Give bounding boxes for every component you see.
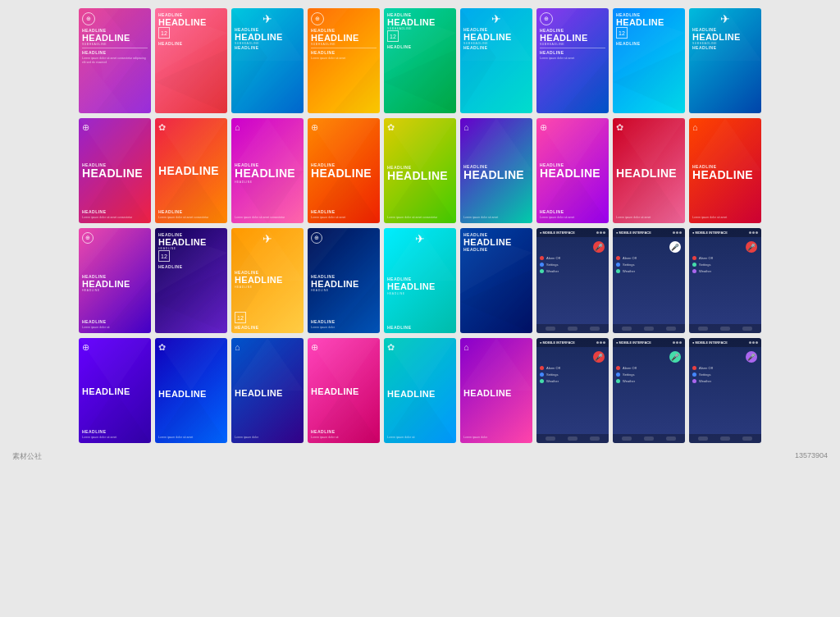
row-3: ⊕ HEADLINE HEADLINE HEADLINE HEADLINE Lo…: [8, 228, 832, 333]
card-r2c2[interactable]: ✿ HEADLINE HEADLINE Lorem ipsum dolor si…: [155, 118, 227, 223]
card-r3c8[interactable]: ● MOBILE INTERFACE 🎤 Alarm Off Settings: [613, 228, 685, 333]
card-r3c3[interactable]: ✈ HEADLINE HEADLINE HEADLINE 12 HEADLINE: [231, 228, 304, 333]
card-r1c8[interactable]: HEADLINE HEADLINE 12 HEADLINE: [613, 8, 685, 113]
card-r4c5[interactable]: ✿ HEADLINE Lorem ipsum dolor sit: [384, 338, 456, 443]
card-r4c2[interactable]: ✿ HEADLINE Lorem ipsum dolor sit amet: [155, 338, 227, 443]
watermark-code: 13573904: [795, 451, 828, 462]
card-r2c1[interactable]: ⊕ HEADLINE HEADLINE HEADLINE Lorem ipsum…: [79, 118, 151, 223]
card-r2c3[interactable]: ⌂ HEADLINE HEADLINE HEADLINE Lorem ipsum…: [231, 118, 304, 223]
card-r1c1[interactable]: ⊕ HEADLINE HEADLINE SUBHEADLINE HEADLINE…: [79, 8, 151, 113]
card-r2c7[interactable]: ⊕ HEADLINE HEADLINE HEADLINE Lorem ipsum…: [536, 118, 609, 223]
card-r2c5[interactable]: ✿ HEADLINE HEADLINE Lorem ipsum dolor si…: [384, 118, 456, 223]
card-r1c6[interactable]: ✈ HEADLINE HEADLINE SUBHEADLINE HEADLINE: [460, 8, 532, 113]
footer: 素材公社 13573904: [8, 450, 832, 464]
card-r4c7[interactable]: ● MOBILE INTERFACE 🎤 Alarm Off Settings: [536, 338, 609, 443]
card-r2c8[interactable]: ✿ HEADLINE Lorem ipsum dolor sit amet: [613, 118, 685, 223]
row-2: ⊕ HEADLINE HEADLINE HEADLINE Lorem ipsum…: [8, 118, 832, 223]
card-r2c6[interactable]: ⌂ HEADLINE HEADLINE Lorem ipsum dolor si…: [460, 118, 532, 223]
card-r4c9[interactable]: ● MOBILE INTERFACE 🎤 Alarm Off Settings: [689, 338, 761, 443]
main-container: ⊕ HEADLINE HEADLINE SUBHEADLINE HEADLINE…: [0, 0, 840, 472]
card-r3c6[interactable]: HEADLINE HEADLINE HEADLINE: [460, 228, 532, 333]
card-r4c8[interactable]: ● MOBILE INTERFACE 🎤 Alarm Off Settings: [613, 338, 685, 443]
card-r4c3[interactable]: ⌂ HEADLINE Lorem ipsum dolor: [231, 338, 304, 443]
card-r1c3[interactable]: ✈ HEADLINE HEADLINE SUBHEADLINE HEADLINE: [231, 8, 304, 113]
card-r1c4[interactable]: ⊕ HEADLINE HEADLINE SUBHEADLINE HEADLINE…: [308, 8, 380, 113]
card-r4c1[interactable]: ⊕ HEADLINE HEADLINE Lorem ipsum dolor si…: [79, 338, 151, 443]
card-r3c2[interactable]: HEADLINE HEADLINE HEADLINE 12 HEADLINE: [155, 228, 227, 333]
card-r3c1[interactable]: ⊕ HEADLINE HEADLINE HEADLINE HEADLINE Lo…: [79, 228, 151, 333]
card-icon: ⊕: [82, 12, 95, 25]
card-r2c9[interactable]: ⌂ HEADLINE HEADLINE Lorem ipsum dolor si…: [689, 118, 761, 223]
card-r3c5[interactable]: ✈ HEADLINE HEADLINE HEADLINE HEADLINE: [384, 228, 456, 333]
card-r1c9[interactable]: ✈ HEADLINE HEADLINE SUBHEADLINE HEADLINE: [689, 8, 761, 113]
row-4: ⊕ HEADLINE HEADLINE Lorem ipsum dolor si…: [8, 338, 832, 443]
card-r1c7[interactable]: ⊕ HEADLINE HEADLINE SUBHEADLINE HEADLINE…: [536, 8, 609, 113]
watermark-site: 素材公社: [12, 451, 42, 462]
card-r3c4[interactable]: ⊕ HEADLINE HEADLINE HEADLINE HEADLINE Lo…: [308, 228, 380, 333]
card-r2c4[interactable]: ⊕ HEADLINE HEADLINE HEADLINE Lorem ipsum…: [308, 118, 380, 223]
card-r4c6[interactable]: ⌂ HEADLINE Lorem ipsum dolor: [460, 338, 532, 443]
card-r3c7[interactable]: ● MOBILE INTERFACE 🎤 Alarm Off Settings: [536, 228, 609, 333]
card-r1c5[interactable]: HEADLINE HEADLINE SUBHEADLINE 12 HEADLIN…: [384, 8, 456, 113]
card-r3c9[interactable]: ● MOBILE INTERFACE 🎤 Alarm Off Settings: [689, 228, 761, 333]
row-1: ⊕ HEADLINE HEADLINE SUBHEADLINE HEADLINE…: [8, 8, 832, 113]
card-r4c4[interactable]: ⊕ HEADLINE HEADLINE Lorem ipsum dolor si…: [308, 338, 380, 443]
card-title: HEADLINE: [82, 33, 148, 43]
card-r1c2[interactable]: HEADLINE HEADLINE 12 HEADLINE: [155, 8, 227, 113]
